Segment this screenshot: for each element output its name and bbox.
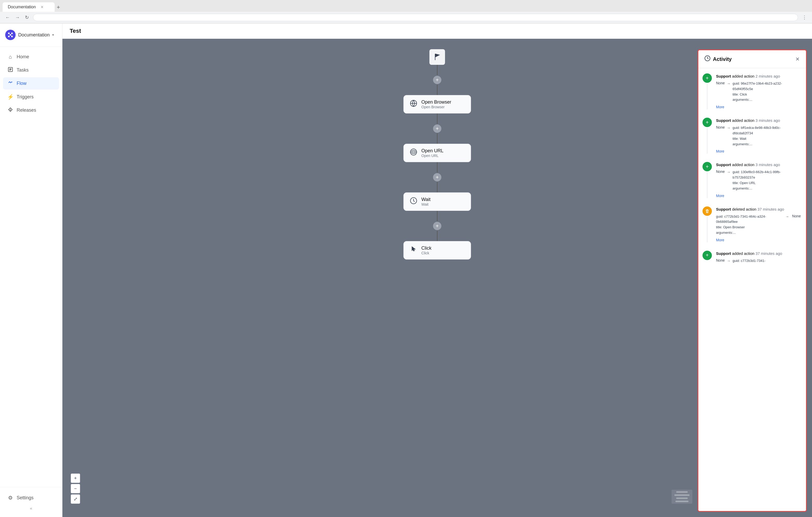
activity-diff: None → guid: c772b3d1-7341- [716, 258, 801, 264]
activity-item: + Support added action 37 minutes ago No… [698, 251, 806, 266]
start-flag [429, 49, 445, 65]
activity-more-link[interactable]: More [716, 238, 724, 242]
diff-arrow: → [727, 126, 730, 130]
sidebar-item-home[interactable]: ⌂ Home [3, 51, 59, 63]
flow-connector [437, 133, 437, 144]
tab-close-btn[interactable]: ✕ [40, 5, 44, 9]
browser-chrome: Documentation ✕ + ← → ↻ ⋮ [0, 0, 812, 23]
sidebar-label-settings: Settings [17, 495, 33, 500]
action-text: added action [732, 74, 755, 78]
browser-tab[interactable]: Documentation ✕ [3, 2, 55, 12]
open-browser-sub: Open Browser [422, 105, 451, 109]
sidebar-item-releases[interactable]: Releases [3, 104, 59, 116]
flow-add-button[interactable]: + [433, 75, 442, 85]
activity-panel-header: Activity ✕ [698, 50, 806, 68]
sidebar-item-tasks[interactable]: Tasks [3, 64, 59, 76]
nav-forward-button[interactable]: → [14, 14, 21, 21]
actor-name: Support [716, 118, 731, 123]
app-container: Documentation ▾ ⌂ Home Tasks [0, 23, 812, 517]
wait-icon [410, 197, 417, 206]
diff-details: guid: bff1edca-8e98-48b3-9d0c-dfdcda82f7… [732, 125, 801, 147]
flow-add-button[interactable]: + [433, 124, 442, 133]
triggers-icon: ⚡ [7, 94, 13, 100]
activity-dot-column [702, 207, 712, 242]
activity-main-text: Support added action 37 minutes ago [716, 251, 801, 256]
diff-from: None [716, 81, 725, 85]
activity-main-text: Support added action 3 minutes ago [716, 162, 801, 167]
wait-sub: Wait [422, 202, 431, 207]
actor-name: Support [716, 251, 731, 256]
sidebar-collapse-button[interactable]: « [3, 504, 59, 513]
svg-point-1 [11, 32, 13, 34]
browser-menu-button[interactable]: ⋮ [801, 13, 808, 21]
action-text: added action [732, 251, 756, 256]
sidebar-label-triggers: Triggers [17, 94, 33, 100]
nav-refresh-button[interactable]: ↻ [24, 13, 30, 21]
activity-timestamp: 3 minutes ago [756, 162, 780, 167]
activity-icon [704, 55, 710, 63]
sidebar-footer: ⚙ Settings « [0, 487, 62, 517]
svg-line-9 [12, 82, 12, 82]
actor-name: Support [716, 74, 731, 78]
diff-arrow: → [727, 259, 730, 263]
svg-point-0 [8, 32, 10, 34]
zoom-out-button[interactable]: − [71, 484, 80, 493]
settings-icon: ⚙ [7, 495, 13, 501]
sidebar-item-flow[interactable]: Flow [3, 77, 59, 89]
flow-step-open-browser[interactable]: Open Browser Open Browser [403, 95, 471, 113]
releases-icon [7, 107, 13, 113]
sidebar-item-settings[interactable]: ⚙ Settings [3, 491, 59, 504]
actor-name: Support [716, 162, 731, 167]
tab-label: Documentation [8, 5, 36, 9]
flow-add-button[interactable]: + [433, 172, 442, 182]
activity-item: + Support added action 3 minutes ago Non… [698, 162, 806, 198]
fit-button[interactable]: ⤢ [71, 494, 80, 504]
activity-item-content: Support added action 2 minutes ago None … [716, 74, 801, 109]
flow-step-wait[interactable]: Wait Wait [403, 192, 471, 211]
activity-more-link[interactable]: More [716, 194, 724, 198]
activity-timestamp: 37 minutes ago [756, 251, 782, 256]
sidebar: Documentation ▾ ⌂ Home Tasks [0, 23, 62, 517]
activity-item: + Support added action 3 minutes ago Non… [698, 118, 806, 154]
open-url-sub: Open URL [422, 154, 443, 158]
open-url-info: Open URL Open URL [422, 148, 443, 158]
diff-from: None [716, 258, 725, 263]
activity-title: Activity [713, 56, 793, 62]
open-url-name: Open URL [422, 148, 443, 154]
activity-close-button[interactable]: ✕ [795, 56, 800, 62]
home-icon: ⌂ [7, 54, 13, 60]
svg-point-2 [8, 36, 10, 37]
activity-more-link[interactable]: More [716, 105, 724, 109]
canvas-minimap [671, 490, 692, 504]
diff-details: guid: c772b3d1-7341- [732, 258, 765, 264]
nav-back-button[interactable]: ← [4, 14, 11, 21]
diff-details: guid: c772b3d1-7341-464c-a324-0b68865af9… [716, 214, 781, 236]
flow-step-click[interactable]: Click Click [403, 241, 471, 260]
sidebar-item-triggers[interactable]: ⚡ Triggers [3, 90, 59, 103]
activity-dot-column: + [702, 118, 712, 154]
browser-tab-bar: Documentation ✕ + [0, 0, 812, 12]
activity-panel: Activity ✕ + Support added action 2 minu… [698, 50, 807, 512]
page-title: Test [70, 28, 81, 34]
canvas-controls: + − ⤢ [71, 473, 80, 504]
flow-step-open-url[interactable]: Open URL Open URL [403, 144, 471, 162]
activity-connector-line [707, 217, 707, 242]
flow-node-click: Click Click [403, 241, 471, 260]
open-browser-name: Open Browser [422, 100, 451, 105]
activity-dot-add: + [702, 74, 712, 83]
flow-connector [437, 182, 437, 192]
activity-connector-line [707, 84, 707, 109]
activity-main-text: Support deleted action 37 minutes ago [716, 207, 801, 212]
activity-diff: None → guid: bff1edca-8e98-48b3-9d0c-dfd… [716, 125, 801, 147]
action-text: added action [732, 162, 756, 167]
zoom-in-button[interactable]: + [71, 473, 80, 483]
wait-name: Wait [422, 197, 431, 202]
activity-dot-add: + [702, 118, 712, 127]
flow-connector [437, 211, 437, 221]
flow-add-button[interactable]: + [433, 221, 442, 230]
click-icon [410, 246, 417, 255]
sidebar-nav: ⌂ Home Tasks [0, 47, 62, 487]
activity-more-link[interactable]: More [716, 149, 724, 153]
new-tab-button[interactable]: + [55, 3, 62, 12]
address-bar[interactable] [33, 14, 798, 21]
